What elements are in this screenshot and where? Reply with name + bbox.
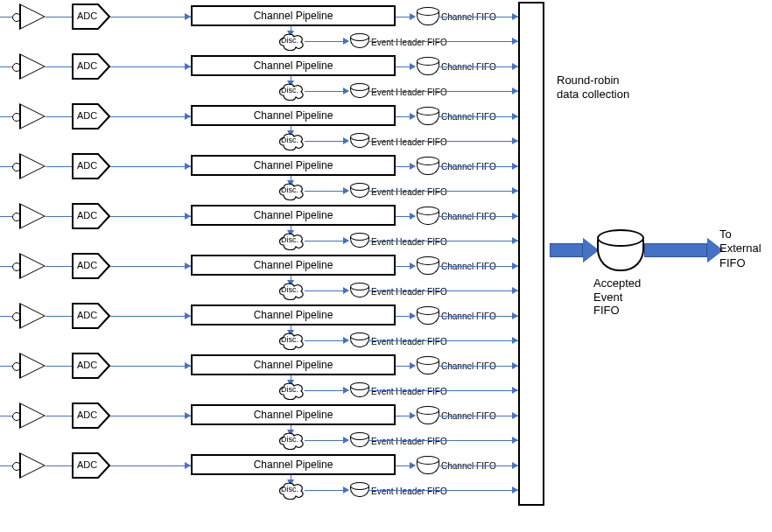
adc-block: ADC (72, 253, 110, 279)
arrowhead-icon (512, 213, 518, 220)
round-robin-label-l1: Round-robin (557, 74, 620, 87)
channel-pipeline-block: Channel Pipeline (191, 55, 396, 76)
wire-channel-fifo-to-rr (439, 166, 518, 167)
arrowhead-icon (512, 362, 518, 369)
adc-block: ADC (72, 203, 110, 229)
channel-fifo-cylinder-icon (417, 57, 438, 75)
channel-fifo-cylinder-icon (417, 157, 438, 175)
discriminator-cloud-icon: Disc. (278, 382, 305, 400)
wire-input (0, 166, 12, 167)
channel-pipeline-block: Channel Pipeline (191, 454, 396, 475)
event-header-fifo-label: Event Header FIFO (371, 287, 447, 297)
adc-label: ADC (77, 360, 97, 370)
accepted-event-fifo-cylinder (597, 229, 641, 271)
adc-block: ADC (72, 153, 110, 179)
arrowhead-icon (410, 362, 416, 369)
arrowhead-icon (512, 337, 518, 344)
wire-input (0, 416, 12, 416)
event-header-fifo-cylinder-icon (350, 382, 368, 397)
arrow-accepted-to-external (644, 238, 723, 262)
arrowhead-icon (512, 287, 518, 294)
channel-row: ADC Channel Pipeline Channel FIFO Disc. … (0, 351, 525, 400)
event-header-fifo-cylinder-icon (350, 482, 368, 497)
wire-amp-to-adc (46, 116, 72, 117)
wire-event-header-to-rr (369, 41, 518, 42)
wire-channel-fifo-to-rr (439, 316, 518, 317)
wire-channel-fifo-to-rr (439, 466, 518, 466)
channel-fifo-cylinder-icon (417, 7, 438, 25)
wire-input (0, 266, 12, 267)
channel-pipeline-block: Channel Pipeline (191, 155, 396, 176)
wire-event-header-to-rr (369, 440, 518, 441)
amplifier-icon (19, 253, 46, 279)
wire-adc-to-pipeline (110, 366, 191, 367)
channel-row: ADC Channel Pipeline Channel FIFO Disc. … (0, 151, 525, 200)
arrowhead-icon (185, 312, 191, 319)
arrow-rr-to-accepted (550, 238, 599, 262)
disc-label: Disc. (281, 435, 298, 444)
wire-disc-to-event-header-fifo (305, 241, 348, 242)
wire-input (0, 466, 12, 466)
arrowhead-icon (343, 38, 349, 45)
adc-block: ADC (72, 353, 110, 379)
arrowhead-icon (512, 437, 518, 444)
arrowhead-icon (185, 412, 191, 419)
event-header-fifo-cylinder-icon (350, 33, 368, 48)
adc-label: ADC (77, 60, 97, 71)
arrowhead-icon (343, 187, 349, 194)
channel-fifo-cylinder-icon (417, 456, 438, 474)
adc-label: ADC (77, 10, 97, 21)
wire-amp-to-adc (46, 216, 72, 217)
arrowhead-icon (185, 63, 191, 70)
disc-label: Disc. (281, 235, 298, 244)
arrowhead-icon (410, 262, 416, 270)
arrowhead-icon (512, 63, 518, 70)
amplifier-icon (19, 303, 46, 329)
arrowhead-icon (512, 88, 518, 94)
wire-input (0, 366, 12, 367)
wire-amp-to-adc (46, 366, 72, 367)
arrowhead-icon (512, 412, 518, 419)
wire-adc-to-pipeline (110, 216, 191, 217)
discriminator-cloud-icon: Disc. (278, 33, 305, 51)
discriminator-cloud-icon: Disc. (278, 332, 305, 350)
wire-disc-to-event-header-fifo (305, 91, 348, 92)
arrowhead-icon (512, 137, 518, 144)
amplifier-icon (19, 402, 46, 429)
arrowhead-icon (410, 113, 416, 120)
event-header-fifo-label: Event Header FIFO (371, 337, 447, 346)
wire-input (0, 216, 12, 217)
wire-event-header-to-rr (369, 191, 518, 192)
diagram-stage: ADC Channel Pipeline Channel FIFO Disc. … (0, 0, 772, 532)
event-header-fifo-cylinder-icon (350, 183, 368, 198)
wire-amp-to-adc (46, 316, 72, 317)
channel-pipeline-block: Channel Pipeline (191, 255, 396, 276)
adc-block: ADC (72, 452, 110, 479)
arrowhead-icon (343, 237, 349, 244)
wire-disc-to-event-header-fifo (305, 490, 348, 491)
wire-channel-fifo-to-rr (439, 216, 518, 217)
channel-row: ADC Channel Pipeline Channel FIFO Disc. … (0, 52, 525, 101)
adc-block: ADC (72, 4, 110, 30)
wire-channel-fifo-to-rr (439, 17, 518, 18)
wire-event-header-to-rr (369, 91, 518, 92)
event-header-fifo-cylinder-icon (350, 133, 368, 148)
arrowhead-icon (410, 462, 416, 469)
channel-row: ADC Channel Pipeline Channel FIFO Disc. … (0, 102, 525, 150)
wire-adc-to-pipeline (110, 266, 191, 267)
event-header-fifo-label: Event Header FIFO (371, 387, 447, 396)
arrowhead-icon (512, 387, 518, 394)
disc-label: Disc. (281, 285, 298, 294)
arrowhead-icon (512, 312, 518, 319)
channel-row: ADC Channel Pipeline Channel FIFO Disc. … (0, 2, 525, 51)
channel-fifo-cylinder-icon (417, 356, 438, 374)
round-robin-block (518, 2, 544, 506)
channel-fifo-cylinder-icon (417, 256, 438, 275)
accepted-l3: FIFO (593, 304, 620, 317)
arrowhead-icon (410, 163, 416, 170)
arrowhead-icon (185, 113, 191, 120)
wire-adc-to-pipeline (110, 66, 191, 67)
wire-adc-to-pipeline (110, 17, 191, 18)
disc-label: Disc. (281, 186, 298, 194)
arrowhead-icon (343, 337, 349, 344)
